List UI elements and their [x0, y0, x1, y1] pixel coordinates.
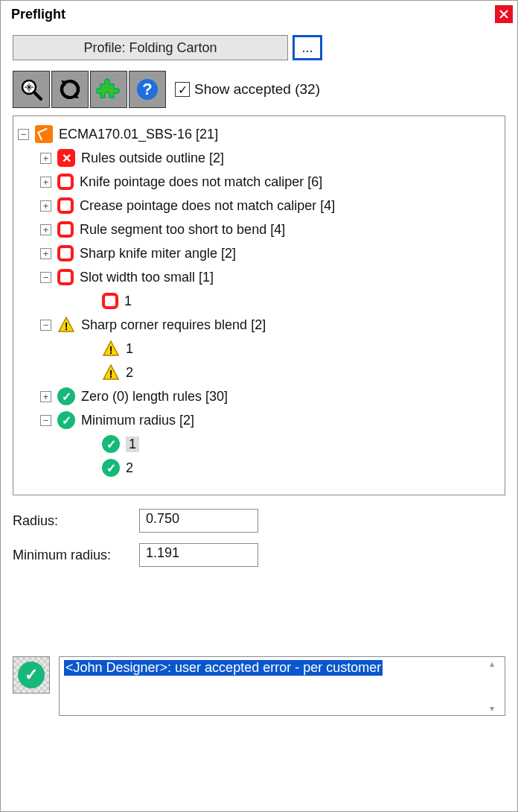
magnifier-icon: [19, 77, 44, 102]
show-accepted-checkbox[interactable]: ✓: [175, 82, 190, 97]
expander-icon[interactable]: −: [18, 129, 29, 140]
puzzle-icon: [96, 77, 121, 102]
minradius-value[interactable]: 1.191: [139, 543, 258, 567]
node-label: 2: [126, 365, 133, 381]
profile-more-button[interactable]: ...: [292, 35, 322, 60]
expander-icon[interactable]: −: [40, 320, 51, 331]
node-label: Minimum radius [2]: [81, 413, 194, 428]
scroll-up-icon[interactable]: ▴: [490, 659, 503, 669]
expander-icon[interactable]: +: [40, 391, 51, 402]
results-tree[interactable]: − ECMA170.01_SBS-16 [21] + ✕ Rules outsi…: [13, 115, 505, 495]
node-label: Sharp corner requires blend [2]: [81, 317, 266, 333]
show-accepted-label: Show accepted (32): [194, 81, 320, 98]
error-icon: [57, 174, 74, 190]
tree-node-segment[interactable]: + Rule segment too short to bend [4]: [18, 218, 500, 241]
error-icon: [57, 197, 74, 214]
tree-leaf-mr-1[interactable]: ✓ 1: [18, 432, 500, 456]
tree-node-zero[interactable]: + ✓ Zero (0) length rules [30]: [18, 384, 500, 408]
warning-icon: !: [57, 316, 75, 334]
svg-text:!: !: [65, 320, 68, 332]
accept-status-button[interactable]: ✓: [13, 656, 50, 694]
node-label: Zero (0) length rules [30]: [81, 389, 228, 405]
svg-text:!: !: [109, 344, 113, 356]
svg-line-1: [34, 92, 41, 99]
node-label: 1: [126, 437, 139, 452]
svg-text:?: ?: [142, 80, 152, 98]
check-icon: ✓: [57, 411, 75, 429]
node-label: 1: [126, 341, 133, 357]
comment-text: <John Designer>: user accepted error - p…: [64, 660, 383, 676]
minradius-label: Minimum radius:: [13, 548, 139, 563]
expander-icon[interactable]: +: [40, 177, 51, 188]
expander-icon[interactable]: −: [40, 415, 51, 426]
tree-leaf-mr-2[interactable]: ✓ 2: [18, 456, 500, 480]
svg-text:!: !: [109, 368, 113, 380]
profile-label: Profile: Folding Carton: [83, 40, 217, 56]
tree-node-rules-outside[interactable]: + ✕ Rules outside outline [2]: [18, 146, 500, 170]
tree-node-sharpcorner[interactable]: − ! Sharp corner requires blend [2]: [18, 313, 500, 337]
check-icon: ✓: [102, 459, 120, 477]
scroll-down-icon[interactable]: ▾: [490, 703, 503, 714]
error-icon: [57, 221, 74, 238]
check-icon: ✓: [102, 435, 120, 453]
radius-label: Radius:: [13, 513, 139, 529]
profile-selector[interactable]: Profile: Folding Carton: [13, 35, 288, 60]
node-label: 1: [124, 294, 132, 309]
tree-node-minradius[interactable]: − ✓ Minimum radius [2]: [18, 408, 500, 432]
expander-icon[interactable]: +: [40, 200, 51, 212]
tree-leaf-slot-1[interactable]: 1: [18, 289, 500, 313]
tree-leaf-sc-1[interactable]: ! 1: [18, 337, 500, 361]
error-icon: [57, 269, 74, 285]
shape-button[interactable]: [90, 71, 127, 108]
expander-icon[interactable]: +: [40, 248, 51, 259]
error-icon: ✕: [57, 149, 75, 167]
node-label: Rules outside outline [2]: [81, 150, 224, 166]
zoom-button[interactable]: [13, 71, 50, 108]
warning-icon: !: [102, 364, 120, 381]
help-icon: ?: [135, 77, 160, 102]
refresh-button[interactable]: [51, 71, 89, 108]
node-label: Knife pointage does not match caliper [6…: [80, 174, 322, 190]
node-label: Rule segment too short to bend [4]: [80, 222, 285, 238]
check-icon: ✓: [178, 83, 188, 97]
node-label: 2: [126, 460, 133, 476]
check-icon: ✓: [18, 662, 45, 688]
check-icon: ✓: [57, 387, 75, 405]
expander-icon[interactable]: +: [40, 153, 51, 164]
tree-root[interactable]: − ECMA170.01_SBS-16 [21]: [18, 122, 500, 146]
tree-leaf-sc-2[interactable]: ! 2: [18, 361, 500, 384]
node-label: Slot width too small [1]: [80, 270, 214, 285]
node-label: Crease pointage does not match caliper […: [80, 198, 335, 214]
help-button[interactable]: ?: [129, 71, 166, 108]
error-icon: [102, 293, 118, 309]
warning-icon: !: [102, 340, 120, 358]
tree-node-slot[interactable]: − Slot width too small [1]: [18, 265, 500, 289]
radius-value[interactable]: 0.750: [139, 509, 258, 533]
refresh-icon: [57, 77, 83, 102]
node-label: Sharp knife miter angle [2]: [80, 246, 236, 261]
expander-icon[interactable]: −: [40, 272, 51, 283]
document-icon: [35, 125, 53, 143]
scrollbar[interactable]: ▴ ▾: [490, 659, 503, 714]
expander-icon[interactable]: +: [40, 224, 51, 235]
tree-node-knife[interactable]: + Knife pointage does not match caliper …: [18, 170, 500, 194]
tree-node-miter[interactable]: + Sharp knife miter angle [2]: [18, 241, 500, 265]
close-icon: [499, 10, 508, 19]
comment-textarea[interactable]: <John Designer>: user accepted error - p…: [59, 656, 505, 716]
error-icon: [57, 245, 74, 261]
window-title: Preflight: [11, 7, 65, 22]
tree-node-crease[interactable]: + Crease pointage does not match caliper…: [18, 194, 500, 218]
close-button[interactable]: [495, 5, 513, 23]
ellipsis-icon: ...: [301, 40, 313, 56]
node-label: ECMA170.01_SBS-16 [21]: [59, 127, 218, 142]
